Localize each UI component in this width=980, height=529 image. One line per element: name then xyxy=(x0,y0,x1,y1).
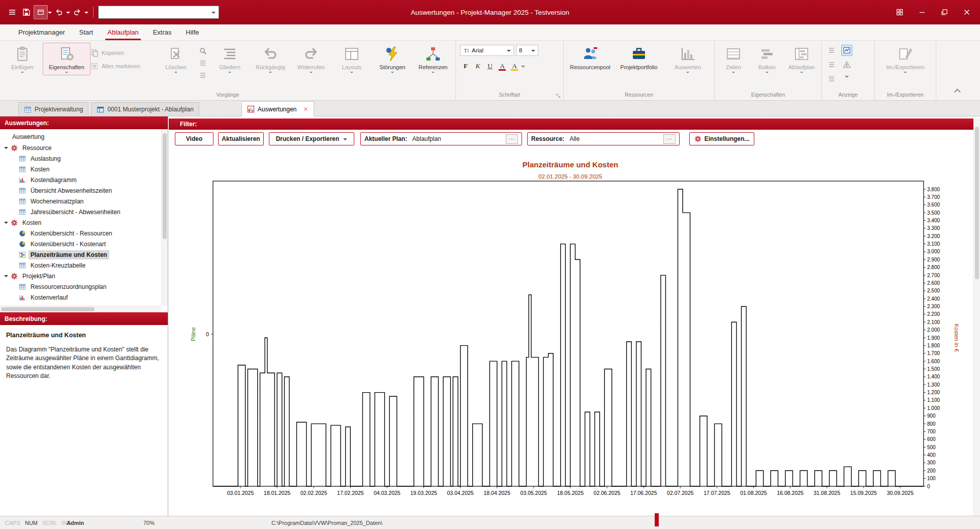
tab-close-icon[interactable] xyxy=(303,106,309,112)
plan-browse-button[interactable]: ... xyxy=(506,134,518,144)
tree-item-kosten-bersicht-ressourcen[interactable]: Kostenübersicht - Ressourcen xyxy=(0,228,161,239)
font-size-select[interactable]: 8 xyxy=(516,45,538,56)
tree-item-projekt-plan[interactable]: Projekt/Plan xyxy=(0,271,161,281)
ablaufplan-button[interactable]: Ablaufplan xyxy=(784,43,819,75)
select-all-icon xyxy=(90,62,99,70)
chevron-down-icon[interactable] xyxy=(84,12,88,16)
chevron-down-icon[interactable] xyxy=(66,12,70,16)
view-option-button[interactable] xyxy=(826,45,837,56)
widerrufen-button[interactable]: Widerrufen xyxy=(291,43,331,75)
chevron-down-icon[interactable] xyxy=(521,66,525,70)
font-color-button[interactable]: A xyxy=(497,61,508,72)
stoerungen-button[interactable]: Störungen xyxy=(372,43,413,75)
tree-root-auswertung[interactable]: Auswertung xyxy=(0,131,161,142)
chevron-down-icon[interactable] xyxy=(48,12,52,16)
kopieren-button[interactable]: Kopieren xyxy=(90,49,156,57)
menu-item-projektmanager[interactable]: Projektmanager xyxy=(11,24,72,40)
zeilen-button[interactable]: Zeilen xyxy=(717,43,750,75)
tree-item-kosten-bersicht-kostenart[interactable]: Kostenübersicht - Kostenart xyxy=(0,239,161,249)
app-menu-icon[interactable] xyxy=(5,5,19,19)
tree-item-ressource[interactable]: Ressource xyxy=(0,142,161,153)
video-button[interactable]: Video xyxy=(175,132,213,145)
gliedern-button[interactable]: Gliedern xyxy=(209,43,250,75)
dialog-launcher-icon[interactable] xyxy=(556,93,561,99)
save-icon[interactable] xyxy=(19,5,34,19)
scrollbar-thumb[interactable] xyxy=(975,127,979,279)
ressource-browse-button[interactable]: ... xyxy=(663,134,676,144)
search-icon[interactable] xyxy=(199,47,207,55)
auswerten-button[interactable]: Auswerten xyxy=(663,43,712,75)
tree-item-kosten-kreuztabelle[interactable]: Kosten-Kreuztabelle xyxy=(0,260,161,271)
referenzen-button[interactable]: Referenzen xyxy=(413,43,453,75)
balken-button[interactable]: Balken xyxy=(750,43,784,75)
tree-item-kostendiagramm[interactable]: Kostendiagramm xyxy=(0,174,161,185)
chevron-down-icon[interactable] xyxy=(4,147,8,151)
tree-vertical-scrollbar[interactable] xyxy=(161,129,168,306)
alles-markieren-button[interactable]: Alles markieren xyxy=(90,62,156,70)
svg-text:01.08.2025: 01.08.2025 xyxy=(740,490,767,496)
tree-item-bersicht-abwesenheitszeiten[interactable]: Übersicht Abwesenheitszeiten xyxy=(0,185,161,196)
menu-item-extras[interactable]: Extras xyxy=(146,24,179,40)
tree-item-ressourcenzuordnungsplan[interactable]: Ressourcenzuordnungsplan xyxy=(0,281,161,292)
einfuegen-button[interactable]: Einfügen xyxy=(2,43,43,75)
projektportfolio-button[interactable]: Projektportfolio xyxy=(615,43,663,70)
scrollbar-thumb[interactable] xyxy=(163,133,167,239)
view-option-button[interactable] xyxy=(826,73,837,84)
drucken-exportieren-button[interactable]: Drucken / Exportieren xyxy=(269,132,354,145)
menu-item-ablaufplan[interactable]: Ablaufplan xyxy=(100,24,145,40)
chevron-down-icon[interactable] xyxy=(4,275,8,279)
tab-0001-musterprojekt-ablaufplan[interactable]: 0001 Musterprojekt - Ablaufplan xyxy=(91,102,199,116)
tab-projektverwaltung[interactable]: Projektverwaltung xyxy=(18,102,88,116)
svg-text:100: 100 xyxy=(927,476,936,481)
chart-view-toggle[interactable] xyxy=(841,45,852,56)
minimize-button[interactable] xyxy=(911,0,933,24)
chevron-down-icon[interactable] xyxy=(4,222,8,226)
close-button[interactable] xyxy=(956,0,978,24)
layout-grid-icon[interactable] xyxy=(889,0,911,24)
im-exportieren-button[interactable]: Im-/Exportieren xyxy=(877,43,934,75)
layouts-button[interactable]: Layouts xyxy=(331,43,372,75)
menu-bar: ProjektmanagerStartAblaufplanExtrasHilfe xyxy=(0,24,980,41)
tree-item-wocheneinsatzplan[interactable]: Wocheneinsatzplan xyxy=(0,196,161,207)
aktualisieren-button[interactable]: Aktualisieren xyxy=(218,132,264,145)
menu-item-start[interactable]: Start xyxy=(72,24,100,40)
chart-area: Planzeiträume und Kosten02.01.2025 - 30.… xyxy=(169,149,973,516)
svg-text:1.900: 1.900 xyxy=(927,335,940,341)
gear-icon xyxy=(694,135,701,142)
svg-text:500: 500 xyxy=(927,445,936,450)
rueckgaengig-button[interactable]: Rückgängig xyxy=(250,43,291,75)
highlight-color-button[interactable]: A xyxy=(509,61,520,72)
list-icon[interactable] xyxy=(199,71,207,79)
eigenschaften-button[interactable]: Eigenschaften xyxy=(43,43,90,75)
chevron-down-icon[interactable] xyxy=(845,76,849,80)
view-option-button[interactable] xyxy=(826,59,837,70)
tree-horizontal-scrollbar[interactable] xyxy=(0,306,161,312)
main-vertical-scrollbar[interactable] xyxy=(973,119,980,516)
underline-button[interactable]: U xyxy=(484,61,496,72)
redo-icon[interactable] xyxy=(70,5,84,19)
tree-item-auslastung[interactable]: Auslastung xyxy=(0,153,161,164)
window-icon[interactable] xyxy=(34,5,48,19)
warning-button[interactable] xyxy=(841,59,852,70)
collapse-ribbon-icon[interactable] xyxy=(954,89,961,95)
tree-item-kosten[interactable]: Kosten xyxy=(0,217,161,228)
font-family-select[interactable]: T Arial xyxy=(460,45,514,56)
status-bar: CAPSNUMSCRLINS Admin 70% C:\ProgramData\… xyxy=(0,516,980,529)
undo-icon[interactable] xyxy=(52,5,66,19)
list-icon[interactable] xyxy=(199,59,207,67)
tree-item-kostenverlauf[interactable]: Kostenverlauf xyxy=(0,292,161,303)
tab-auswertungen[interactable]: Auswertungen xyxy=(241,101,314,116)
ressourcenpool-button[interactable]: Ressourcenpool xyxy=(566,43,615,70)
tree-item-jahres-bersicht-abwesenheiten[interactable]: Jahresübersicht - Abwesenheiten xyxy=(0,207,161,217)
quick-access-combobox[interactable] xyxy=(98,6,219,19)
loeschen-button[interactable]: Löschen xyxy=(156,43,196,75)
menu-item-hilfe[interactable]: Hilfe xyxy=(179,24,206,40)
maximize-button[interactable] xyxy=(933,0,956,24)
tree-item-kosten[interactable]: Kosten xyxy=(0,164,161,174)
tree-item-planzeitr-ume-und-kosten[interactable]: Planzeiträume und Kosten xyxy=(0,249,161,260)
bold-button[interactable]: F xyxy=(460,61,471,72)
einstellungen-button[interactable]: Einstellungen... xyxy=(689,132,754,145)
italic-button[interactable]: K xyxy=(472,61,483,72)
table-icon xyxy=(19,209,26,216)
scrollbar-thumb[interactable] xyxy=(1,307,95,311)
